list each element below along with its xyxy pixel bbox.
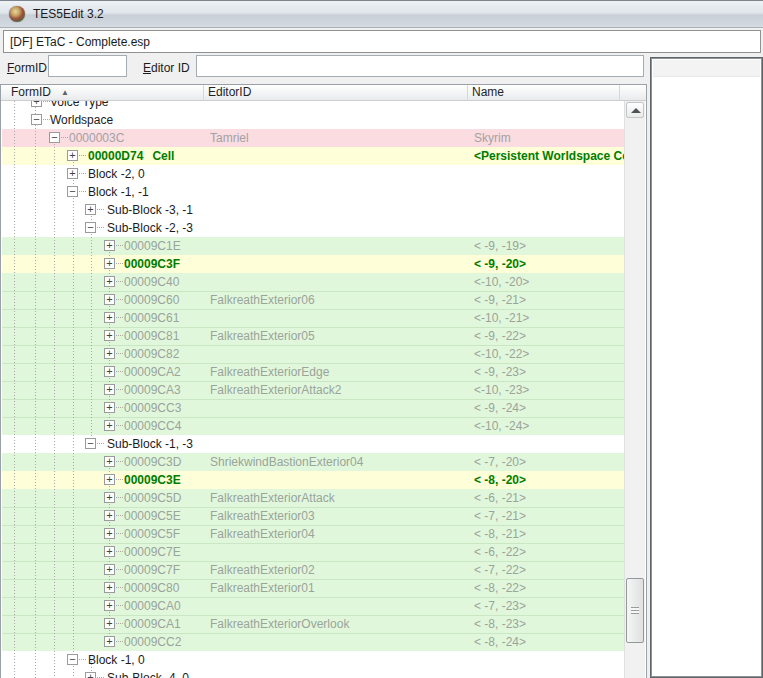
- tree-row[interactable]: −0000003CTamrielSkyrim: [2, 129, 625, 147]
- tree-row[interactable]: +00000D74Cell<Persistent Worldspace Ce..…: [2, 147, 625, 165]
- collapse-icon[interactable]: −: [85, 438, 96, 449]
- expand-icon[interactable]: +: [85, 672, 96, 678]
- tree-row[interactable]: −Block -1, -1: [2, 183, 625, 201]
- cell-formid: Sub-Block -1, -3: [107, 435, 193, 453]
- tree-row[interactable]: +00009C7FFalkreathExterior02< -7, -22>: [2, 561, 625, 579]
- expand-icon[interactable]: +: [104, 330, 115, 341]
- cell-formid: 00009CC2: [124, 633, 181, 651]
- cell-formid: 00009CA0: [124, 597, 181, 615]
- expand-icon[interactable]: +: [104, 276, 115, 287]
- tree-row[interactable]: +00009C5DFalkreathExteriorAttack< -6, -2…: [2, 489, 625, 507]
- plugin-tab-label: [DF] ETaC - Complete.esp: [10, 35, 150, 49]
- cell-formid: Voice Type: [50, 101, 109, 111]
- expand-icon[interactable]: +: [104, 258, 115, 269]
- tree-row[interactable]: +00009CA3FalkreathExteriorAttack2<-10, -…: [2, 381, 625, 399]
- expand-icon[interactable]: +: [104, 600, 115, 611]
- collapse-icon[interactable]: −: [49, 132, 60, 143]
- cell-formid: 00009CA1: [124, 615, 181, 633]
- cell-formid: Sub-Block -4, 0: [107, 669, 189, 678]
- tree-row[interactable]: −Block -1, 0: [2, 651, 625, 669]
- tree-row[interactable]: +00009CC3< -9, -24>: [2, 399, 625, 417]
- tree-row[interactable]: +00009C1E< -9, -19>: [2, 237, 625, 255]
- tree-row[interactable]: +Voice Type: [2, 101, 625, 111]
- cell-formid: 00009CA2: [124, 363, 181, 381]
- column-header-editorid[interactable]: EditorID: [204, 85, 468, 101]
- tree-row[interactable]: +00009CC4<-10, -24>: [2, 417, 625, 435]
- collapse-icon[interactable]: −: [85, 222, 96, 233]
- tree-row[interactable]: +00009C61<-10, -21>: [2, 309, 625, 327]
- cell-name: < -8, -23>: [474, 615, 624, 633]
- tree-row[interactable]: +00009C80FalkreathExterior01< -8, -22>: [2, 579, 625, 597]
- tree-row[interactable]: +Sub-Block -4, 0: [2, 669, 625, 678]
- expand-icon[interactable]: +: [104, 636, 115, 647]
- tree-row[interactable]: +00009CC2< -8, -24>: [2, 633, 625, 651]
- tree-row[interactable]: +Block -2, 0: [2, 165, 625, 183]
- tree-row[interactable]: +00009C5FFalkreathExterior04< -8, -21>: [2, 525, 625, 543]
- expand-icon[interactable]: +: [85, 204, 96, 215]
- expand-icon[interactable]: +: [104, 510, 115, 521]
- tree-row[interactable]: +00009C3DShriekwindBastionExterior04< -7…: [2, 453, 625, 471]
- expand-icon[interactable]: +: [104, 348, 115, 359]
- scroll-up-button[interactable]: [626, 102, 644, 118]
- cell-editorid: FalkreathExteriorOverlook: [210, 615, 468, 633]
- plugin-tab[interactable]: [DF] ETaC - Complete.esp: [3, 30, 761, 53]
- expand-icon[interactable]: +: [104, 546, 115, 557]
- expand-icon[interactable]: +: [67, 150, 78, 161]
- tree-row[interactable]: +00009C7E< -6, -22>: [2, 543, 625, 561]
- vertical-scrollbar[interactable]: [624, 101, 645, 678]
- formid-filter-input[interactable]: [48, 55, 127, 77]
- cell-editorid: FalkreathExteriorAttack: [210, 489, 468, 507]
- tree-row[interactable]: +00009C81FalkreathExterior05< -9, -22>: [2, 327, 625, 345]
- tree-row[interactable]: −Sub-Block -1, -3: [2, 435, 625, 453]
- tree-row[interactable]: +00009C60FalkreathExterior06< -9, -21>: [2, 291, 625, 309]
- tree-row[interactable]: +Sub-Block -3, -1: [2, 201, 625, 219]
- cell-name: < -9, -23>: [474, 363, 624, 381]
- cell-formid: Sub-Block -2, -3: [107, 219, 193, 237]
- expand-icon[interactable]: +: [104, 384, 115, 395]
- tree-row[interactable]: +00009C82<-10, -22>: [2, 345, 625, 363]
- tree-row[interactable]: +00009CA2FalkreathExteriorEdge< -9, -23>: [2, 363, 625, 381]
- expand-icon[interactable]: +: [67, 168, 78, 179]
- scrollbar-thumb[interactable]: [626, 578, 644, 643]
- expand-icon[interactable]: +: [104, 240, 115, 251]
- expand-icon[interactable]: +: [104, 456, 115, 467]
- cell-formid: 00009C7E: [124, 543, 181, 561]
- expand-icon[interactable]: +: [104, 528, 115, 539]
- cell-formid: 0000003C: [69, 129, 124, 147]
- expand-icon[interactable]: +: [104, 492, 115, 503]
- cell-editorid: FalkreathExterior05: [210, 327, 468, 345]
- column-header-formid[interactable]: FormID▲: [1, 85, 204, 101]
- cell-editorid: FalkreathExterior06: [210, 291, 468, 309]
- tree-row[interactable]: −Worldspace: [2, 111, 625, 129]
- expand-icon[interactable]: +: [104, 294, 115, 305]
- expand-icon[interactable]: +: [104, 618, 115, 629]
- expand-icon[interactable]: +: [104, 402, 115, 413]
- cell-name: < -9, -19>: [474, 237, 624, 255]
- expand-icon[interactable]: +: [31, 101, 42, 107]
- column-header-name[interactable]: Name: [468, 85, 620, 101]
- cell-name: < -7, -20>: [474, 453, 624, 471]
- tree-row[interactable]: +00009CA0< -7, -23>: [2, 597, 625, 615]
- title-bar: TES5Edit 3.2: [0, 0, 763, 28]
- tree-row[interactable]: +00009C3F< -9, -20>: [2, 255, 625, 273]
- tree-row[interactable]: −Sub-Block -2, -3: [2, 219, 625, 237]
- expand-icon[interactable]: +: [104, 366, 115, 377]
- formid-filter-label: FormID: [7, 59, 47, 77]
- collapse-icon[interactable]: −: [67, 654, 78, 665]
- expand-icon[interactable]: +: [104, 420, 115, 431]
- scrollbar-grip-icon: [631, 607, 639, 614]
- tree-row[interactable]: +00009C5EFalkreathExterior03< -7, -21>: [2, 507, 625, 525]
- expand-icon[interactable]: +: [104, 582, 115, 593]
- collapse-icon[interactable]: −: [67, 186, 78, 197]
- expand-icon[interactable]: +: [104, 312, 115, 323]
- expand-icon[interactable]: +: [104, 474, 115, 485]
- tree-row[interactable]: +00009C40<-10, -20>: [2, 273, 625, 291]
- collapse-icon[interactable]: −: [31, 114, 42, 125]
- cell-formid: 00009CC3: [124, 399, 181, 417]
- cell-name: < -7, -22>: [474, 561, 624, 579]
- editorid-filter-input[interactable]: [196, 55, 644, 77]
- expand-icon[interactable]: +: [104, 564, 115, 575]
- tree-row[interactable]: +00009CA1FalkreathExteriorOverlook< -8, …: [2, 615, 625, 633]
- tree-row[interactable]: +00009C3E< -8, -20>: [2, 471, 625, 489]
- cell-name: < -6, -21>: [474, 489, 624, 507]
